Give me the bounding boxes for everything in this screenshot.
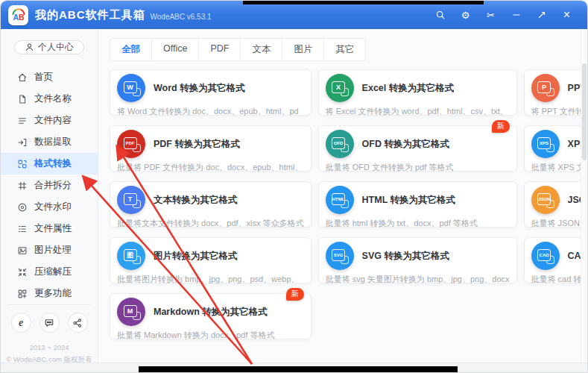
sidebar-item-watermark[interactable]: 文件水印 xyxy=(1,196,98,218)
card-head: T文本转换为其它格式 xyxy=(117,186,304,214)
card-head: MMarkdown 转换为其它格式 xyxy=(117,298,304,326)
settings-button[interactable]: ⚙ xyxy=(454,5,477,25)
sidebar-item-label: 压缩解压 xyxy=(34,266,72,278)
doc-glyph-label: SVG xyxy=(332,249,345,261)
minimize-button[interactable] xyxy=(505,5,528,25)
ofd-doc-icon: OFD xyxy=(326,130,354,158)
card-description: 批量将 html 转换为 txt、docx、pdf 等格式 xyxy=(326,218,510,229)
card-description: 批量将 PDF 文件转换为 doc、docx、epub、html、 xyxy=(117,162,304,173)
sidebar-item-format-convert[interactable]: 格式转换 xyxy=(1,153,98,175)
category-tabs: 全部OfficePDF文本图片其它 xyxy=(99,29,587,61)
card-svg-convert[interactable]: SVGSVG 转换为其它格式批量将 svg 矢量图片转换为 bmp、jpg、pn… xyxy=(318,237,517,283)
card-html-convert[interactable]: HTMLHTML 转换为其它格式批量将 html 转换为 txt、docx、pd… xyxy=(318,181,517,228)
card-title: OFD 转换为其它格式 xyxy=(362,138,449,151)
card-description: 批量将 OFD 文件转换为 pdf 等格式 xyxy=(326,162,510,173)
search-icon xyxy=(435,10,446,20)
card-head: WWord 转换为其它格式 xyxy=(117,74,304,102)
image-process-icon xyxy=(16,245,28,256)
card-head: 图图片转换为其它格式 xyxy=(117,242,304,270)
sidebar-item-label: 图片处理 xyxy=(34,244,72,257)
doc-glyph-label: JSON xyxy=(537,193,551,205)
doc-glyph-label: P xyxy=(537,81,551,93)
close-icon: × xyxy=(563,8,570,22)
main-content: 全部OfficePDF文本图片其它 WWord 转换为其它格式将 Word 文件… xyxy=(99,29,587,372)
tab-other[interactable]: 其它 xyxy=(324,38,366,61)
card-description: 将 Word 文件转换为 doc、docx、epub、html、pd xyxy=(117,106,304,117)
card-ofd-convert[interactable]: OFDOFD 转换为其它格式批量将 OFD 文件转换为 pdf 等格式新 xyxy=(318,125,517,172)
card-title: Word 转换为其它格式 xyxy=(154,82,245,95)
sidebar-item-file-content[interactable]: 文件内容 xyxy=(1,110,98,131)
scrollbar-track[interactable] xyxy=(581,29,587,372)
tab-pdf[interactable]: PDF xyxy=(199,38,241,61)
search-button[interactable] xyxy=(429,5,452,25)
copyright-years: 2013 ~ 2024 xyxy=(1,342,98,354)
chat-button[interactable] xyxy=(39,313,60,333)
doc-glyph-label: XPS xyxy=(537,137,551,149)
sidebar-item-label: 格式转换 xyxy=(34,157,72,170)
card-description: 批量将 XPS 文件转换为 pdf 格式 xyxy=(531,162,588,173)
card-title: PDF 转换为其它格式 xyxy=(154,138,240,151)
card-description: 批量将 svg 矢量图片转换为 bmp、jpg、png、docx xyxy=(326,274,510,285)
card-json-convert[interactable]: JSONJSON 转换为其它格式批量将 JSON 文件转换为可视化的思维导图或其… xyxy=(524,181,588,228)
scissors-button[interactable]: ✂ xyxy=(479,5,502,25)
sidebar-item-compress[interactable]: 压缩解压 xyxy=(1,261,98,283)
doc-glyph-label: HTML xyxy=(332,193,345,205)
browser-button[interactable]: e xyxy=(11,313,31,333)
titlebar[interactable]: AB 我的ABC软件工具箱 WodeABC v6.53.1 ⚙✂× xyxy=(1,1,587,29)
sidebar-item-label: 更多功能 xyxy=(34,287,72,300)
card-cad-convert[interactable]: CADCAD 转换为其它格式批量将 cad 转换为 pdf 等格式 xyxy=(524,237,588,283)
gear-icon: ⚙ xyxy=(461,10,470,21)
card-excel-convert[interactable]: XExcel 转换为其它格式将 Excel 文件转换为 word、pdf、htm… xyxy=(318,69,517,116)
window-controls: ⚙✂× xyxy=(429,5,578,25)
sidebar-item-file-name[interactable]: 文件名称 xyxy=(1,88,98,110)
tab-all[interactable]: 全部 xyxy=(110,38,152,61)
compress-icon xyxy=(16,266,28,278)
doc-glyph: W xyxy=(124,81,139,95)
file-content-icon xyxy=(16,115,28,126)
maximize-button[interactable] xyxy=(530,5,553,25)
card-pdf-convert[interactable]: PDFPDF 转换为其它格式批量将 PDF 文件转换为 doc、docx、epu… xyxy=(110,125,312,172)
card-ppt-convert[interactable]: PPPT 转换为其它格式将 PPT 文件转换为 html、pdf、ppt、ppt… xyxy=(524,69,588,116)
json-doc-icon: JSON xyxy=(531,186,560,214)
tab-text[interactable]: 文本 xyxy=(241,38,282,61)
card-description: 批量将文本文件转换为 docx、pdf、xlsx 等众多格式 xyxy=(117,218,304,229)
share-button[interactable] xyxy=(68,313,88,333)
card-title: 图片转换为其它格式 xyxy=(154,250,238,263)
sidebar-item-merge-split[interactable]: 合并拆分 xyxy=(1,175,98,196)
new-badge: 新 xyxy=(286,288,304,301)
card-picture-convert[interactable]: 图图片转换为其它格式批量将图片转换为 bmp、jpg、png、psd、webp、 xyxy=(110,237,312,283)
svg-text:AB: AB xyxy=(13,13,25,22)
card-markdown-convert[interactable]: MMarkdown 转换为其它格式批量将 Markdown 转换为 docx、p… xyxy=(110,293,312,339)
card-txt-convert[interactable]: T文本转换为其它格式批量将文本文件转换为 docx、pdf、xlsx 等众多格式 xyxy=(110,181,312,228)
scrollbar-thumb[interactable] xyxy=(582,63,587,160)
app-version: WodeABC v6.53.1 xyxy=(151,13,212,21)
card-head: SVGSVG 转换为其它格式 xyxy=(326,242,510,270)
doc-glyph-label: W xyxy=(124,81,137,93)
tab-image[interactable]: 图片 xyxy=(282,38,324,61)
doc-glyph: XPS xyxy=(537,137,553,151)
card-description: 批量将 cad 转换为 pdf 等格式 xyxy=(531,274,588,285)
sidebar-item-data-extract[interactable]: 数据提取 xyxy=(1,131,98,153)
sidebar-item-home[interactable]: 首页 xyxy=(1,66,98,88)
tab-office[interactable]: Office xyxy=(152,38,199,61)
new-badge: 新 xyxy=(492,120,510,133)
sidebar-item-more[interactable]: 更多功能 xyxy=(1,283,98,304)
sidebar-nav: 首页文件名称文件内容数据提取格式转换合并拆分文件水印文件属性图片处理压缩解压更多… xyxy=(1,66,98,304)
data-extract-icon xyxy=(16,137,28,148)
close-button[interactable]: × xyxy=(555,5,578,25)
card-title: HTML 转换为其它格式 xyxy=(362,194,455,207)
card-xps-convert[interactable]: XPSXPS 转换为其它格式批量将 XPS 文件转换为 pdf 格式 xyxy=(524,125,588,172)
pdf-doc-icon: PDF xyxy=(117,130,145,158)
scissors-icon: ✂ xyxy=(487,10,495,21)
profile-center-button[interactable]: 个人中心 xyxy=(14,40,84,54)
card-word-convert[interactable]: WWord 转换为其它格式将 Word 文件转换为 doc、docx、epub、… xyxy=(110,69,312,116)
card-title: SVG 转换为其它格式 xyxy=(362,250,449,263)
file-props-icon xyxy=(16,223,28,234)
html-doc-icon: HTML xyxy=(326,186,354,214)
tool-cards-grid: WWord 转换为其它格式将 Word 文件转换为 doc、docx、epub、… xyxy=(99,61,587,339)
ppt-doc-icon: P xyxy=(531,74,560,102)
sidebar-item-file-props[interactable]: 文件属性 xyxy=(1,218,98,239)
doc-glyph-label: X xyxy=(332,81,345,93)
sidebar-item-image-process[interactable]: 图片处理 xyxy=(1,239,98,261)
card-head: XPSXPS 转换为其它格式 xyxy=(531,130,588,158)
